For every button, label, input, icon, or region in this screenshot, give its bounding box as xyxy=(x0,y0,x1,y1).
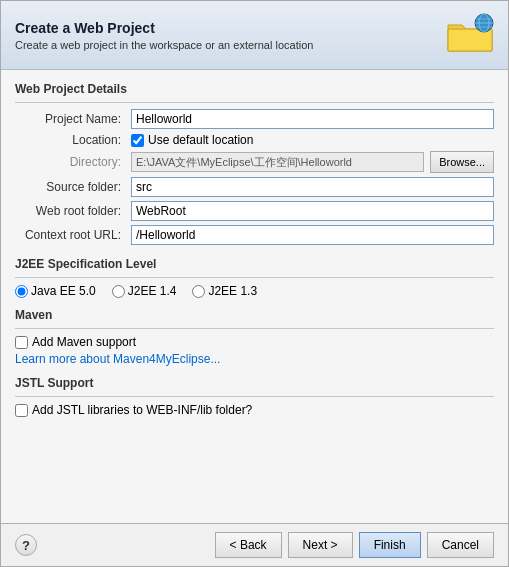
add-jstl-checkbox[interactable] xyxy=(15,404,28,417)
cancel-button[interactable]: Cancel xyxy=(427,532,494,558)
header-text: Create a Web Project Create a web projec… xyxy=(15,20,313,51)
j2ee-section-title: J2EE Specification Level xyxy=(15,257,494,271)
jstl-section-title: JSTL Support xyxy=(15,376,494,390)
radio-j2ee-14[interactable] xyxy=(112,285,125,298)
jstl-checkbox-row: Add JSTL libraries to WEB-INF/lib folder… xyxy=(15,403,494,417)
directory-input[interactable] xyxy=(131,152,424,172)
jstl-section: JSTL Support Add JSTL libraries to WEB-I… xyxy=(15,376,494,417)
web-project-details-section: Web Project Details Project Name: Locati… xyxy=(15,82,494,245)
project-name-input[interactable] xyxy=(131,109,494,129)
create-web-project-dialog: Create a Web Project Create a web projec… xyxy=(0,0,509,567)
add-maven-support-label: Add Maven support xyxy=(32,335,136,349)
location-label: Location: xyxy=(15,133,125,147)
project-name-row: Project Name: xyxy=(15,109,494,129)
add-maven-support-checkbox[interactable] xyxy=(15,336,28,349)
radio-j2ee-13[interactable] xyxy=(192,285,205,298)
source-folder-label: Source folder: xyxy=(15,180,125,194)
j2ee-section: J2EE Specification Level Java EE 5.0 J2E… xyxy=(15,257,494,298)
use-default-location-checkbox[interactable] xyxy=(131,134,144,147)
source-folder-input[interactable] xyxy=(131,177,494,197)
dialog-header: Create a Web Project Create a web projec… xyxy=(1,1,508,70)
java-ee-50-label: Java EE 5.0 xyxy=(31,284,96,298)
finish-button[interactable]: Finish xyxy=(359,532,421,558)
add-jstl-label: Add JSTL libraries to WEB-INF/lib folder… xyxy=(32,403,252,417)
j2ee-radio-group: Java EE 5.0 J2EE 1.4 J2EE 1.3 xyxy=(15,284,494,298)
location-checkbox-row: Use default location xyxy=(131,133,494,147)
j2ee-radio-java-ee-50[interactable]: Java EE 5.0 xyxy=(15,284,96,298)
j2ee-radio-13[interactable]: J2EE 1.3 xyxy=(192,284,257,298)
dialog-title: Create a Web Project xyxy=(15,20,313,36)
context-root-label: Context root URL: xyxy=(15,228,125,242)
j2ee-radio-14[interactable]: J2EE 1.4 xyxy=(112,284,177,298)
use-default-location-label: Use default location xyxy=(148,133,253,147)
browse-button[interactable]: Browse... xyxy=(430,151,494,173)
source-folder-row: Source folder: xyxy=(15,177,494,197)
section-title-details: Web Project Details xyxy=(15,82,494,96)
web-root-row: Web root folder: xyxy=(15,201,494,221)
context-root-row: Context root URL: xyxy=(15,225,494,245)
j2ee-13-label: J2EE 1.3 xyxy=(208,284,257,298)
directory-row: Directory: Browse... xyxy=(15,151,494,173)
maven-section: Maven Add Maven support Learn more about… xyxy=(15,308,494,366)
location-row: Location: Use default location xyxy=(15,133,494,147)
dialog-body: Web Project Details Project Name: Locati… xyxy=(1,70,508,523)
maven-section-title: Maven xyxy=(15,308,494,322)
header-icon xyxy=(446,11,494,59)
next-button[interactable]: Next > xyxy=(288,532,353,558)
context-root-input[interactable] xyxy=(131,225,494,245)
maven-learn-more-link[interactable]: Learn more about Maven4MyEclipse... xyxy=(15,352,494,366)
help-button[interactable]: ? xyxy=(15,534,37,556)
maven-checkbox-row: Add Maven support xyxy=(15,335,494,349)
web-root-label: Web root folder: xyxy=(15,204,125,218)
directory-label: Directory: xyxy=(15,155,125,169)
dialog-subtitle: Create a web project in the workspace or… xyxy=(15,39,313,51)
web-root-input[interactable] xyxy=(131,201,494,221)
j2ee-14-label: J2EE 1.4 xyxy=(128,284,177,298)
radio-java-ee-50[interactable] xyxy=(15,285,28,298)
dialog-footer: ? < Back Next > Finish Cancel xyxy=(1,523,508,566)
footer-right: < Back Next > Finish Cancel xyxy=(215,532,494,558)
footer-left: ? xyxy=(15,534,37,556)
back-button[interactable]: < Back xyxy=(215,532,282,558)
project-name-label: Project Name: xyxy=(15,112,125,126)
